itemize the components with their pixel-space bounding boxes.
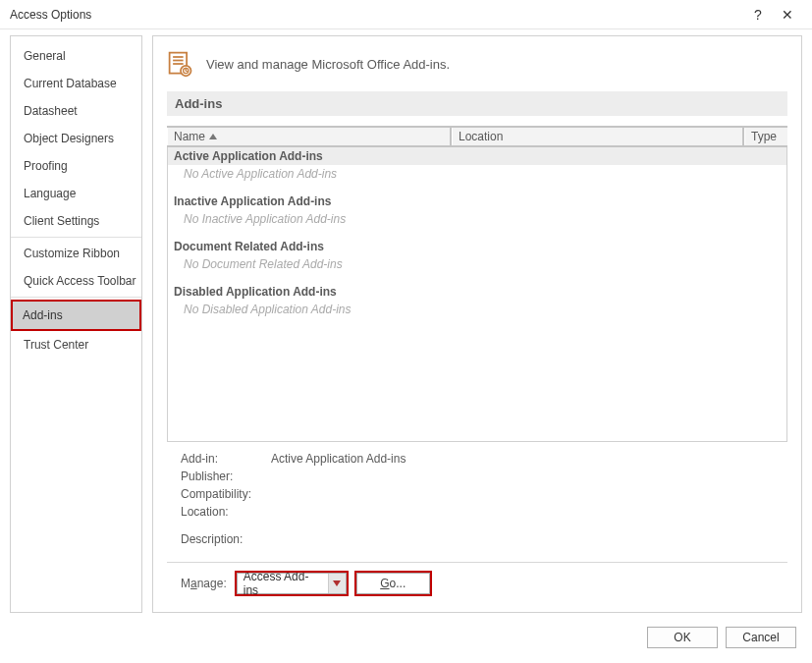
detail-compatibility-value — [271, 485, 774, 503]
detail-addin-label: Add-in: — [181, 450, 271, 468]
detail-publisher-value — [271, 468, 774, 485]
sidebar-separator — [11, 237, 141, 238]
sidebar: General Current Database Datasheet Objec… — [10, 35, 142, 613]
addins-icon — [167, 50, 194, 78]
page-description: View and manage Microsoft Office Add-ins… — [206, 57, 450, 72]
column-header-type-label: Type — [751, 130, 777, 143]
detail-addin-value: Active Application Add-ins — [271, 450, 774, 468]
detail-description-value — [271, 530, 774, 548]
detail-location-value — [271, 503, 774, 521]
sidebar-item-client-settings[interactable]: Client Settings — [11, 207, 141, 235]
sidebar-item-quick-access-toolbar[interactable]: Quick Access Toolbar — [11, 267, 141, 295]
manage-dropdown[interactable]: Access Add-ins — [237, 573, 347, 594]
sidebar-item-add-ins[interactable]: Add-ins — [11, 300, 141, 331]
window-title: Access Options — [10, 8, 743, 22]
chevron-down-icon[interactable] — [328, 574, 346, 593]
go-button-label-rest: o... — [390, 577, 406, 590]
table-header: Name Location Type — [167, 126, 787, 147]
column-header-name[interactable]: Name — [167, 128, 452, 145]
column-header-location[interactable]: Location — [452, 128, 744, 145]
column-header-location-label: Location — [459, 130, 503, 143]
dialog-footer: OK Cancel — [0, 619, 812, 656]
separator — [167, 562, 787, 563]
sidebar-item-current-database[interactable]: Current Database — [11, 70, 141, 97]
titlebar: Access Options ? ✕ — [0, 0, 812, 29]
group-empty-text: No Document Related Add-ins — [168, 255, 786, 273]
group-header: Disabled Application Add-ins — [168, 283, 786, 301]
column-header-type[interactable]: Type — [744, 128, 787, 145]
go-button-label-u: G — [380, 577, 389, 590]
detail-publisher-label: Publisher: — [181, 468, 271, 485]
manage-bar: Manage: Access Add-ins Go... — [167, 573, 787, 598]
sort-ascending-icon — [209, 134, 217, 139]
group-header: Inactive Application Add-ins — [168, 193, 786, 210]
page-description-row: View and manage Microsoft Office Add-ins… — [167, 50, 787, 91]
section-heading: Add-ins — [167, 91, 787, 116]
dialog-body: General Current Database Datasheet Objec… — [0, 29, 812, 619]
addin-details: Add-in:Active Application Add-ins Publis… — [167, 442, 787, 548]
group-header: Active Application Add-ins — [168, 147, 786, 165]
sidebar-separator — [11, 297, 141, 298]
detail-compatibility-label: Compatibility: — [181, 485, 271, 503]
sidebar-item-customize-ribbon[interactable]: Customize Ribbon — [11, 240, 141, 267]
addins-list[interactable]: Active Application Add-ins No Active App… — [167, 147, 787, 442]
group-empty-text: No Inactive Application Add-ins — [168, 210, 786, 228]
manage-dropdown-value: Access Add-ins — [238, 570, 328, 597]
cancel-button[interactable]: Cancel — [726, 627, 796, 648]
sidebar-item-object-designers[interactable]: Object Designers — [11, 125, 141, 152]
content-pane: View and manage Microsoft Office Add-ins… — [152, 35, 802, 613]
sidebar-item-trust-center[interactable]: Trust Center — [11, 331, 141, 359]
detail-description-label: Description: — [181, 530, 271, 548]
group-empty-text: No Disabled Application Add-ins — [168, 301, 786, 318]
column-header-name-label: Name — [174, 130, 205, 143]
ok-button[interactable]: OK — [647, 627, 718, 648]
manage-label: Manage: — [181, 577, 227, 590]
sidebar-item-proofing[interactable]: Proofing — [11, 152, 141, 180]
group-empty-text: No Active Application Add-ins — [168, 165, 786, 183]
help-icon[interactable]: ? — [743, 0, 773, 29]
sidebar-item-datasheet[interactable]: Datasheet — [11, 97, 141, 125]
sidebar-item-general[interactable]: General — [11, 42, 141, 70]
close-icon[interactable]: ✕ — [773, 0, 802, 29]
go-button[interactable]: Go... — [356, 573, 430, 594]
group-header: Document Related Add-ins — [168, 238, 786, 255]
detail-location-label: Location: — [181, 503, 271, 521]
sidebar-item-language[interactable]: Language — [11, 180, 141, 207]
